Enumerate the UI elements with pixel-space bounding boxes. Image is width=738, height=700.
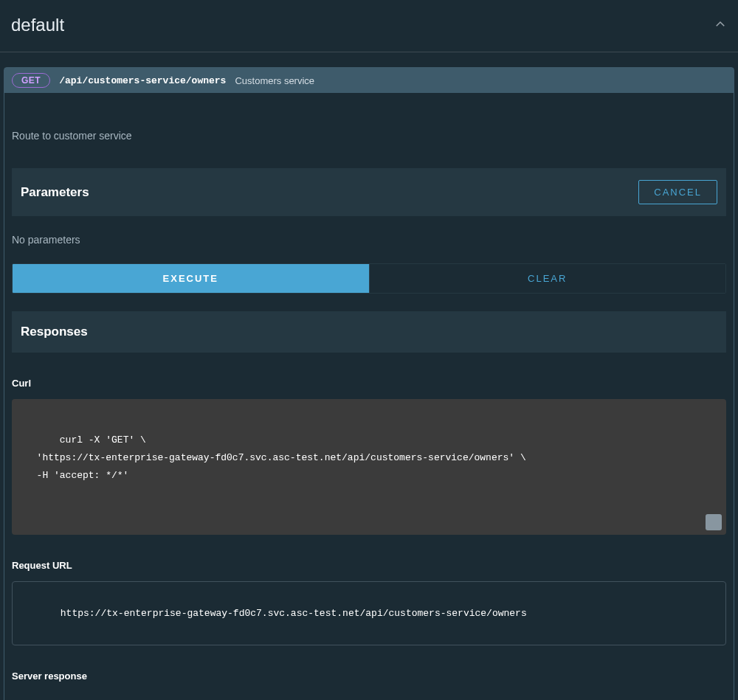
responses-heading: Responses bbox=[21, 325, 88, 339]
operation-path: /api/customers-service/owners bbox=[59, 75, 226, 86]
tag-name: default bbox=[11, 15, 64, 35]
operation-summary: Customers service bbox=[235, 75, 314, 86]
responses-section-header: Responses bbox=[12, 311, 726, 353]
copy-curl-button[interactable] bbox=[706, 514, 722, 530]
clear-button[interactable]: CLEAR bbox=[369, 264, 726, 293]
curl-command-block: curl -X 'GET' \ 'https://tx-enterprise-g… bbox=[12, 399, 726, 535]
operation-description: Route to customer service bbox=[12, 93, 726, 168]
curl-heading: Curl bbox=[12, 378, 726, 389]
request-url-text: https://tx-enterprise-gateway-fd0c7.svc.… bbox=[61, 608, 527, 619]
clipboard-icon bbox=[680, 496, 738, 549]
execute-button[interactable]: EXECUTE bbox=[13, 264, 369, 293]
chevron-up-icon bbox=[714, 18, 727, 33]
parameters-heading: Parameters bbox=[21, 185, 89, 200]
operation-block: GET /api/customers-service/owners Custom… bbox=[4, 67, 734, 700]
server-response-heading: Server response bbox=[12, 670, 726, 682]
operation-body: Route to customer service Parameters CAN… bbox=[4, 93, 734, 700]
tag-header[interactable]: default bbox=[0, 0, 738, 52]
operation-summary-bar[interactable]: GET /api/customers-service/owners Custom… bbox=[4, 68, 734, 93]
no-parameters-text: No parameters bbox=[12, 216, 726, 263]
request-url-heading: Request URL bbox=[12, 560, 726, 571]
execute-row: EXECUTE CLEAR bbox=[12, 263, 726, 294]
request-url-block: https://tx-enterprise-gateway-fd0c7.svc.… bbox=[12, 581, 726, 645]
parameters-section-header: Parameters CANCEL bbox=[12, 168, 726, 216]
response-table-header: Code Details bbox=[12, 692, 726, 700]
cancel-button[interactable]: CANCEL bbox=[638, 180, 717, 204]
http-method-badge: GET bbox=[12, 73, 50, 88]
curl-command-text: curl -X 'GET' \ 'https://tx-enterprise-g… bbox=[25, 434, 526, 481]
